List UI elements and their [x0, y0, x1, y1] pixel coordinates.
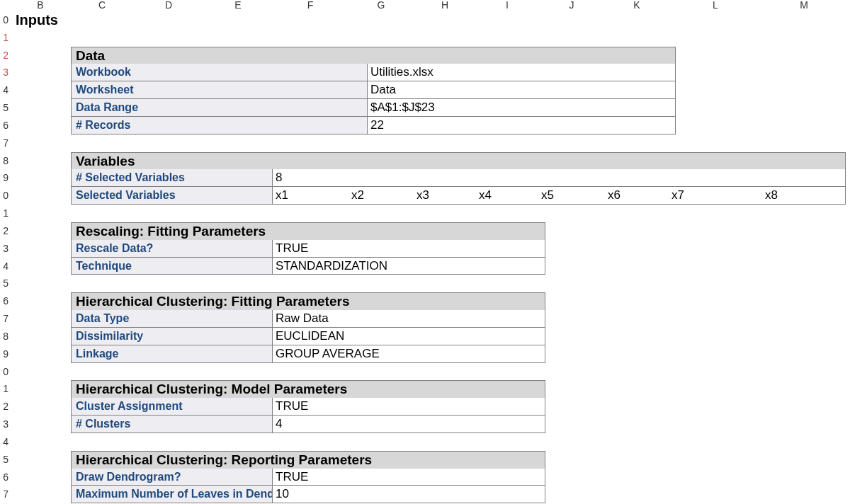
row-header[interactable]: 4	[0, 258, 10, 275]
section-header-rescaling: Rescaling: Fitting Parameters	[71, 222, 545, 240]
row-header[interactable]: 5	[0, 451, 10, 469]
row-header[interactable]: 1	[0, 29, 10, 47]
col-header[interactable]: J	[538, 0, 605, 11]
label-technique: Technique	[71, 258, 272, 275]
value-selected-var[interactable]: x2	[348, 187, 414, 205]
section-header-hc-model: Hierarchical Clustering: Model Parameter…	[71, 380, 545, 398]
label-linkage: Linkage	[71, 345, 272, 363]
row-header[interactable]: 3	[0, 64, 10, 81]
label-draw-dendrogram: Draw Dendrogram?	[71, 469, 272, 486]
row-header[interactable]: 1	[0, 205, 10, 222]
row-header[interactable]: 0	[0, 363, 10, 381]
row-header[interactable]: 3	[0, 240, 10, 258]
section-header-variables: Variables	[71, 152, 846, 170]
row-header[interactable]: 1	[0, 380, 10, 398]
section-header-hc-reporting: Hierarchical Clustering: Reporting Param…	[71, 451, 545, 469]
col-header[interactable]: L	[669, 0, 762, 11]
label-num-selected-vars: # Selected Variables	[71, 169, 272, 187]
value-worksheet[interactable]: Data	[367, 81, 676, 99]
value-num-clusters[interactable]: 4	[272, 416, 545, 433]
value-workbook[interactable]: Utilities.xlsx	[367, 64, 676, 81]
row-header[interactable]: 8	[0, 328, 10, 345]
value-cluster-assignment[interactable]: TRUE	[272, 398, 545, 416]
row-header[interactable]: 9	[0, 345, 10, 363]
row-header[interactable]: 7	[0, 134, 10, 152]
value-technique[interactable]: STANDARDIZATION	[272, 258, 545, 275]
row-header[interactable]: 0	[0, 11, 10, 29]
section-header-data: Data	[71, 47, 676, 64]
row-header[interactable]: 6	[0, 469, 10, 486]
sheet-content[interactable]: Inputs Data Workbook Utilities.xlsx Work…	[10, 11, 850, 504]
value-selected-var[interactable]: x3	[414, 187, 476, 205]
value-selected-var[interactable]: x6	[605, 187, 669, 205]
column-headers: B C D E F G H I J K L M	[0, 0, 850, 11]
value-selected-var[interactable]: x8	[762, 187, 846, 205]
row-headers: 0 1 2 3 4 5 6 7 8 9 0 1 2 3 4 5 6 7 8 9 …	[0, 11, 10, 503]
col-header[interactable]: B	[10, 0, 71, 11]
col-header[interactable]: C	[71, 0, 133, 11]
value-rescale-data[interactable]: TRUE	[272, 240, 545, 258]
section-header-hc-fitting: Hierarchical Clustering: Fitting Paramet…	[71, 292, 545, 310]
value-max-leaves[interactable]: 10	[272, 486, 545, 503]
col-header[interactable]: E	[204, 0, 272, 11]
value-num-records[interactable]: 22	[367, 117, 676, 134]
row-header[interactable]: 2	[0, 398, 10, 416]
col-header[interactable]: F	[272, 0, 348, 11]
value-selected-var[interactable]: x7	[669, 187, 762, 205]
label-data-type: Data Type	[71, 310, 272, 328]
row-header[interactable]: 2	[0, 222, 10, 240]
row-header[interactable]: 5	[0, 99, 10, 117]
row-header[interactable]: 2	[0, 47, 10, 64]
value-linkage[interactable]: GROUP AVERAGE	[272, 345, 545, 363]
row-header[interactable]: 6	[0, 117, 10, 134]
row-header[interactable]: 3	[0, 416, 10, 433]
label-max-leaves: Maximum Number of Leaves in Dendro	[71, 486, 272, 503]
col-header[interactable]: G	[348, 0, 414, 11]
label-workbook: Workbook	[71, 64, 367, 81]
label-data-range: Data Range	[71, 99, 367, 117]
label-dissimilarity: Dissimilarity	[71, 328, 272, 345]
page-title: Inputs	[10, 11, 61, 29]
value-draw-dendrogram[interactable]: TRUE	[272, 469, 545, 486]
col-header[interactable]: I	[476, 0, 538, 11]
row-header[interactable]: 0	[0, 187, 10, 205]
label-worksheet: Worksheet	[71, 81, 367, 99]
label-selected-vars: Selected Variables	[71, 187, 272, 205]
label-rescale-data: Rescale Data?	[71, 240, 272, 258]
row-header[interactable]: 7	[0, 486, 10, 503]
col-header[interactable]: M	[762, 0, 846, 11]
label-num-records: # Records	[71, 117, 367, 134]
row-header[interactable]: 7	[0, 310, 10, 328]
row-header[interactable]: 9	[0, 169, 10, 187]
col-header[interactable]: D	[133, 0, 204, 11]
row-header[interactable]: 8	[0, 152, 10, 170]
row-header[interactable]: 4	[0, 81, 10, 99]
label-num-clusters: # Clusters	[71, 416, 272, 433]
value-data-range[interactable]: $A$1:$J$23	[367, 99, 676, 117]
value-data-type[interactable]: Raw Data	[272, 310, 545, 328]
value-selected-var[interactable]: x5	[538, 187, 605, 205]
value-num-selected-vars[interactable]: 8	[272, 169, 846, 187]
col-header[interactable]: H	[414, 0, 476, 11]
value-selected-var[interactable]: x1	[272, 187, 348, 205]
row-header[interactable]: 5	[0, 275, 10, 292]
value-selected-var[interactable]: x4	[476, 187, 538, 205]
value-dissimilarity[interactable]: EUCLIDEAN	[272, 328, 545, 345]
row-header[interactable]: 4	[0, 433, 10, 451]
label-cluster-assignment: Cluster Assignment	[71, 398, 272, 416]
spreadsheet-view: B C D E F G H I J K L M 0 1 2 3 4 5 6 7 …	[0, 0, 850, 504]
row-header[interactable]: 6	[0, 292, 10, 310]
col-header[interactable]: K	[605, 0, 669, 11]
